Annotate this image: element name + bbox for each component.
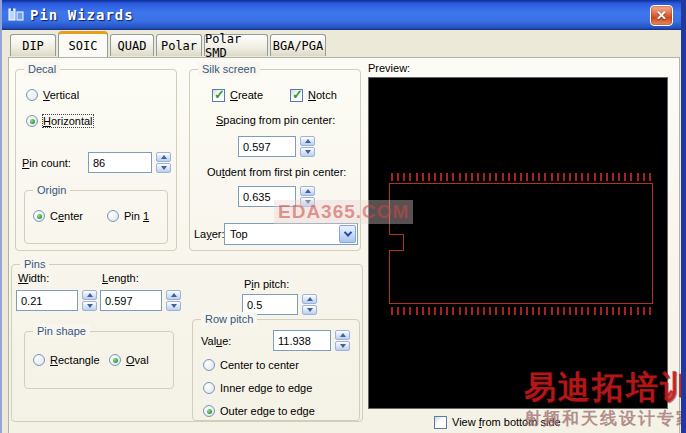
row-pitch-value-label: Value:: [201, 335, 231, 347]
radio-indicator: [203, 382, 215, 394]
checkbox-indicator: [434, 416, 447, 429]
radio-indicator: [203, 405, 215, 417]
tab-dip[interactable]: DIP: [10, 34, 56, 56]
spacing-spinner: [300, 136, 315, 157]
radio-indicator: [33, 210, 45, 222]
row-pitch-spinner: [335, 330, 350, 351]
radio-oval[interactable]: Oval: [109, 353, 149, 367]
spin-up-button[interactable]: [300, 186, 315, 196]
preview-notch: [389, 234, 404, 251]
radio-indicator: [107, 210, 119, 222]
radio-origin-pin1[interactable]: Pin 1: [107, 209, 149, 223]
checkbox-notch-label: Notch: [308, 89, 337, 101]
logo-watermark-title: 易迪拓培训: [524, 371, 686, 405]
radio-indicator: [26, 115, 38, 127]
radio-vertical[interactable]: Vertical: [26, 88, 79, 102]
radio-origin-center[interactable]: Center: [33, 209, 83, 223]
radio-indicator: [26, 89, 38, 101]
spacing-label: Spacing from pin center:: [216, 114, 335, 126]
radio-origin-center-label: Center: [50, 210, 83, 222]
radio-indicator: [33, 354, 45, 366]
outdent-label: Outdent from first pin center:: [207, 166, 346, 178]
logo-watermark-subtitle: 射频和天线设计专家: [524, 407, 686, 430]
preview-label: Preview:: [368, 62, 410, 74]
radio-inner-edge-to-edge[interactable]: Inner edge to edge: [203, 381, 312, 395]
checkbox-indicator: ✓: [212, 89, 225, 102]
pin-pitch-spinner: [302, 294, 317, 315]
layer-selected-value: Top: [225, 228, 338, 240]
tab-strip: DIP SOIC QUAD Polar Polar SMD BGA/PGA: [2, 30, 681, 57]
pin-count-spinner: [156, 152, 171, 173]
decal-group: Decal Vertical Horizontal Pin count: Ori…: [15, 69, 177, 251]
tab-soic[interactable]: SOIC: [58, 31, 108, 57]
radio-center-to-center[interactable]: Center to center: [203, 358, 299, 372]
spin-down-button[interactable]: [300, 147, 315, 157]
preview-pin-row-top: [391, 173, 653, 181]
row-pitch-group-label: Row pitch: [201, 312, 257, 326]
spin-up-button[interactable]: [82, 290, 97, 300]
radio-outer-edge-to-edge-label: Outer edge to edge: [220, 405, 315, 417]
checkbox-create-label: Create: [230, 89, 263, 101]
row-pitch-value-input[interactable]: [273, 330, 331, 351]
titlebar[interactable]: Pin Wizards ✕: [2, 0, 681, 30]
row-pitch-group: Row pitch Value: Center to center Inner …: [192, 319, 360, 421]
tab-quad[interactable]: QUAD: [110, 34, 154, 56]
radio-rectangle-label: Rectangle: [50, 354, 100, 366]
radio-horizontal-label: Horizontal: [43, 115, 93, 127]
tab-polar[interactable]: Polar: [156, 34, 202, 56]
radio-rectangle[interactable]: Rectangle: [33, 353, 100, 367]
spin-up-button[interactable]: [302, 294, 317, 304]
pin-length-input[interactable]: [100, 290, 162, 311]
pin-width-spinner: [82, 290, 97, 311]
spin-down-button[interactable]: [335, 341, 350, 351]
decal-group-label: Decal: [24, 62, 60, 76]
pin-pitch-label: Pin pitch:: [244, 278, 289, 290]
logo-watermark: 易迪拓培训 射频和天线设计专家: [524, 371, 686, 430]
spacing-input[interactable]: [238, 136, 296, 157]
dropdown-button[interactable]: [339, 225, 356, 243]
radio-oval-label: Oval: [126, 354, 149, 366]
spin-up-button[interactable]: [166, 290, 181, 300]
pin-width-input[interactable]: [16, 290, 78, 311]
close-button[interactable]: ✕: [650, 5, 673, 26]
checkbox-notch[interactable]: ✓ Notch: [290, 88, 337, 102]
preview-canvas: [368, 77, 668, 409]
checkbox-create[interactable]: ✓ Create: [212, 88, 263, 102]
spin-down-button[interactable]: [156, 163, 171, 173]
eda365-watermark: EDA365.COM: [274, 200, 413, 224]
app-icon: [8, 7, 24, 23]
spin-up-button[interactable]: [335, 330, 350, 340]
check-icon: ✓: [292, 87, 303, 102]
radio-indicator: [109, 354, 121, 366]
origin-group: Origin Center Pin 1: [24, 190, 168, 244]
pin-length-label: Length:: [102, 272, 139, 284]
pin-count-label: Pin count:: [22, 157, 71, 169]
spin-up-button[interactable]: [156, 152, 171, 162]
layer-label: Layer:: [194, 228, 225, 240]
chevron-down-icon: [343, 228, 351, 236]
pin-wizards-dialog: Pin Wizards ✕ DIP SOIC QUAD Polar Polar …: [0, 0, 686, 433]
spin-down-button[interactable]: [302, 305, 317, 315]
radio-inner-edge-to-edge-label: Inner edge to edge: [220, 382, 312, 394]
tab-polar-smd[interactable]: Polar SMD: [204, 34, 268, 56]
radio-indicator: [203, 359, 215, 371]
tab-bga-pga[interactable]: BGA/PGA: [270, 34, 326, 56]
close-icon: ✕: [656, 9, 667, 22]
checkbox-indicator: ✓: [290, 89, 303, 102]
spin-down-button[interactable]: [82, 301, 97, 311]
radio-outer-edge-to-edge[interactable]: Outer edge to edge: [203, 404, 315, 418]
layer-select[interactable]: Top: [224, 223, 358, 245]
radio-horizontal[interactable]: Horizontal: [26, 114, 93, 128]
preview-pin-row-bottom: [391, 307, 653, 315]
radio-origin-pin1-label: Pin 1: [124, 210, 149, 222]
check-icon: ✓: [214, 87, 225, 102]
spin-down-button[interactable]: [166, 301, 181, 311]
pins-group-label: Pins: [20, 257, 49, 271]
pin-count-input[interactable]: [88, 152, 152, 173]
pin-shape-group: Pin shape Rectangle Oval: [24, 331, 174, 389]
pin-shape-group-label: Pin shape: [33, 324, 90, 338]
spin-up-button[interactable]: [300, 136, 315, 146]
preview-silkscreen-outline: [389, 183, 653, 304]
origin-group-label: Origin: [33, 183, 70, 197]
pins-group: Pins Width: Length: Pin pitch: Pin shape: [11, 264, 363, 422]
